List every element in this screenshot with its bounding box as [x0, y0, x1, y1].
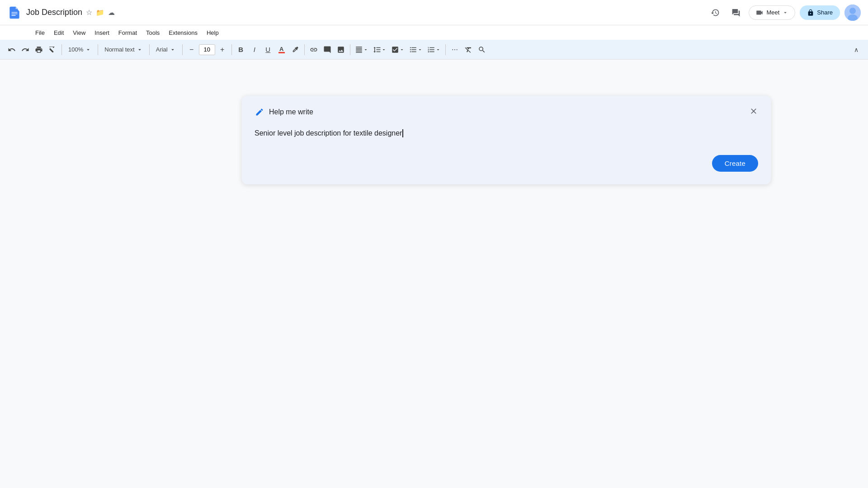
link-button[interactable] [307, 43, 320, 56]
text-cursor [402, 129, 403, 137]
numbered-list-button[interactable] [425, 43, 443, 56]
italic-button[interactable]: I [248, 43, 261, 56]
clear-formatting-button[interactable] [462, 43, 475, 56]
share-button[interactable]: Share [800, 5, 840, 20]
font-size-input[interactable] [199, 44, 215, 55]
share-label: Share [817, 9, 833, 16]
menu-view[interactable]: View [68, 28, 90, 38]
bold-button[interactable]: B [235, 43, 247, 56]
redo-button[interactable] [19, 43, 32, 56]
page-container: Help me write Senior level job descripti… [242, 78, 626, 470]
highlight-button[interactable] [289, 43, 302, 56]
menu-extensions[interactable]: Extensions [164, 28, 202, 38]
svg-point-4 [849, 8, 856, 14]
comments-button[interactable] [728, 5, 744, 21]
menu-bar: File Edit View Insert Format Tools Exten… [0, 25, 868, 40]
separator-3 [149, 44, 150, 55]
folder-icon[interactable]: 📁 [96, 9, 104, 17]
main-content: Help me write Senior level job descripti… [0, 60, 868, 488]
star-icon[interactable]: ☆ [86, 8, 92, 17]
meet-label: Meet [766, 9, 779, 16]
menu-insert[interactable]: Insert [90, 28, 114, 38]
create-button[interactable]: Create [712, 155, 758, 172]
font-size-controls: − + [185, 43, 229, 56]
cloud-save-icon: ☁ [108, 9, 115, 17]
checklist-button[interactable] [389, 43, 406, 56]
menu-format[interactable]: Format [114, 28, 142, 38]
meet-button[interactable]: Meet [749, 5, 795, 20]
separator-4 [182, 44, 183, 55]
underline-button[interactable]: U [262, 43, 274, 56]
svg-rect-1 [11, 14, 17, 14]
insert-comment-button[interactable] [321, 43, 334, 56]
separator-5 [231, 44, 232, 55]
dialog-close-button[interactable] [749, 107, 758, 117]
avatar[interactable] [844, 5, 861, 21]
paint-format-button[interactable] [46, 43, 59, 56]
prompt-text[interactable]: Senior level job description for textile… [255, 124, 758, 142]
dialog-body[interactable]: Senior level job description for textile… [255, 124, 758, 142]
increase-font-button[interactable]: + [216, 43, 229, 56]
highlight-color-button[interactable] [476, 43, 488, 56]
doc-title-area: Job Description ☆ 📁 ☁ [26, 8, 115, 18]
help-me-write-dialog: Help me write Senior level job descripti… [242, 96, 771, 184]
title-bar: Job Description ☆ 📁 ☁ Meet Share [0, 0, 868, 25]
svg-rect-2 [11, 15, 15, 15]
align-button[interactable] [353, 43, 370, 56]
bullet-list-button[interactable] [407, 43, 425, 56]
menu-file[interactable]: File [31, 28, 49, 38]
collapse-toolbar-button[interactable]: ∧ [850, 43, 863, 56]
menu-help[interactable]: Help [202, 28, 223, 38]
undo-button[interactable] [5, 43, 18, 56]
menu-edit[interactable]: Edit [49, 28, 68, 38]
insert-image-button[interactable] [335, 43, 347, 56]
google-docs-icon [7, 5, 22, 20]
separator-1 [61, 44, 62, 55]
menu-tools[interactable]: Tools [142, 28, 164, 38]
history-button[interactable] [707, 5, 723, 21]
font-select[interactable]: Arial [152, 43, 179, 56]
zoom-select[interactable]: 100% [65, 43, 95, 56]
dialog-header: Help me write [255, 107, 758, 117]
print-button[interactable] [33, 43, 45, 56]
dialog-footer: Create [255, 155, 758, 172]
doc-title[interactable]: Job Description [26, 8, 82, 18]
dialog-title-row: Help me write [255, 107, 313, 117]
more-toolbar-button[interactable]: ⋯ [448, 43, 461, 56]
text-color-button[interactable]: A [275, 43, 288, 56]
line-spacing-button[interactable] [371, 43, 388, 56]
separator-2 [98, 44, 98, 55]
separator-8 [445, 44, 446, 55]
dialog-title: Help me write [269, 108, 313, 116]
decrease-font-button[interactable]: − [185, 43, 198, 56]
text-style-select[interactable]: Normal text [101, 43, 146, 56]
svg-rect-0 [11, 12, 17, 12]
ai-pencil-icon [255, 107, 264, 117]
header-right: Meet Share [707, 5, 861, 21]
toolbar: 100% Normal text Arial − + B I U A [0, 40, 868, 60]
separator-6 [304, 44, 305, 55]
separator-7 [350, 44, 350, 55]
